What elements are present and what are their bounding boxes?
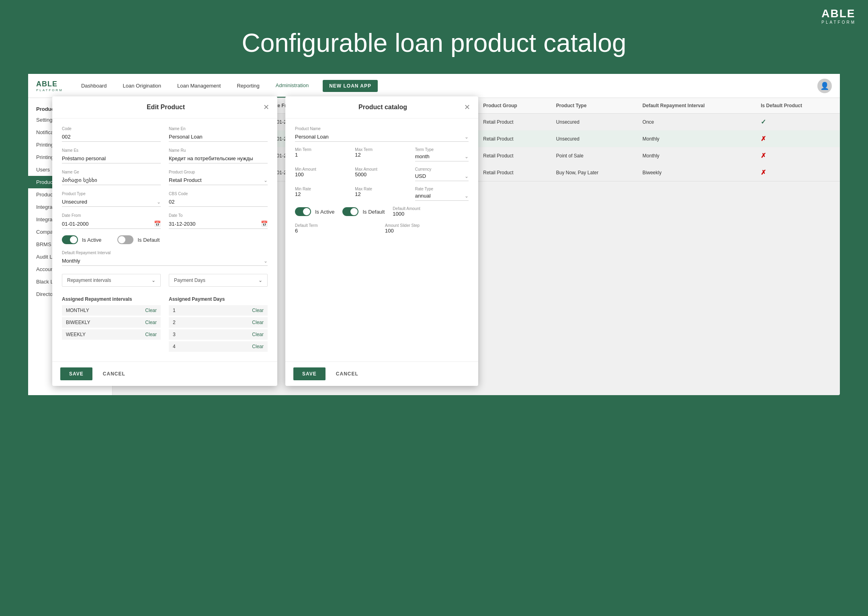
catalog-term-type-field: Term Type month ⌄	[415, 147, 469, 161]
catalog-term-type-value: month	[415, 153, 465, 159]
payment-days-dropdown[interactable]: Payment Days ⌄	[169, 274, 268, 287]
catalog-max-term-label: Max Term	[355, 147, 408, 152]
nav-item-loan-origination[interactable]: Loan Origination	[121, 74, 163, 98]
catalog-max-term-field: Max Term 12	[355, 147, 408, 161]
clear-day-4-link[interactable]: Clear	[252, 344, 264, 349]
name-ge-input[interactable]	[62, 175, 161, 185]
catalog-max-term-value: 12	[355, 152, 408, 158]
date-from-value: 01-01-2000	[62, 221, 154, 227]
product-catalog-modal: Product catalog ✕ Product Name Personal …	[285, 96, 478, 386]
catalog-default-term-label: Default Term	[295, 223, 379, 228]
catalog-max-rate-label: Max Rate	[355, 187, 408, 191]
is-active-toggle[interactable]	[62, 235, 78, 244]
name-en-input[interactable]	[169, 132, 268, 142]
catalog-currency-field: Currency USD ⌄	[415, 167, 469, 181]
catalog-term-type-label: Term Type	[415, 147, 469, 152]
payment-day-row-2: 2 Clear	[169, 317, 268, 328]
edit-modal-close-icon[interactable]: ✕	[263, 103, 269, 112]
default-repayment-select[interactable]: Monthly ⌄	[62, 256, 268, 266]
catalog-term-type-select[interactable]: month ⌄	[415, 152, 469, 161]
assigned-sections: Assigned Repayment intervals MONTHLY Cle…	[62, 296, 268, 353]
is-default-toggle-item: Is Default	[117, 235, 160, 244]
is-default-toggle[interactable]	[117, 235, 133, 244]
payment-day-3-label: 3	[173, 332, 176, 337]
repayment-intervals-dropdown[interactable]: Repayment intervals ⌄	[62, 274, 161, 287]
catalog-save-button[interactable]: SAVE	[293, 367, 326, 380]
edit-product-modal: Edit Product ✕ Code Name En Name Es	[52, 96, 277, 386]
name-es-input[interactable]	[62, 154, 161, 163]
product-type-label: Product Type	[62, 192, 161, 196]
edit-save-button[interactable]: SAVE	[60, 367, 92, 380]
is-active-knob	[70, 236, 77, 243]
name-es-label: Name Es	[62, 148, 161, 153]
catalog-is-active-label: Is Active	[315, 209, 334, 215]
payment-day-row-3: 3 Clear	[169, 329, 268, 340]
date-to-value: 31-12-2030	[169, 221, 261, 227]
name-ru-input[interactable]	[169, 154, 268, 163]
catalog-is-active-toggle-item: Is Active	[295, 207, 334, 216]
catalog-min-rate-value: 12	[295, 191, 348, 197]
date-to-wrapper[interactable]: 31-12-2030 📅	[169, 219, 268, 229]
catalog-default-amount-value: 1000	[393, 211, 469, 217]
catalog-min-term-value: 1	[295, 152, 348, 158]
repayment-intervals-label: Repayment intervals	[67, 277, 111, 283]
catalog-currency-label: Currency	[415, 167, 469, 171]
assigned-payment-days-title: Assigned Payment Days	[169, 296, 225, 302]
catalog-modal-close-icon[interactable]: ✕	[464, 103, 470, 112]
nav-item-dashboard[interactable]: Dashboard	[79, 74, 109, 98]
catalog-term-type-chevron-icon: ⌄	[465, 154, 469, 159]
product-type-select[interactable]: Unsecured ⌄	[62, 197, 161, 207]
top-logo-sub: PLATFORM	[821, 20, 856, 24]
is-active-label: Is Active	[82, 237, 101, 243]
clear-monthly-link[interactable]: Clear	[145, 308, 157, 313]
product-group-select[interactable]: Retail Product ⌄	[169, 175, 268, 185]
payment-day-4-label: 4	[173, 344, 176, 349]
date-from-wrapper[interactable]: 01-01-2000 📅	[62, 219, 161, 229]
clear-day-3-link[interactable]: Clear	[252, 332, 264, 337]
field-name-ru: Name Ru	[169, 148, 268, 163]
cbs-code-input[interactable]	[169, 197, 268, 207]
new-loan-btn[interactable]: NEW LOAN APP	[323, 80, 378, 92]
nav-logo-text: ABLE	[36, 80, 63, 88]
nav-item-loan-management[interactable]: Loan Management	[175, 74, 223, 98]
catalog-min-amount-label: Min Amount	[295, 167, 348, 171]
catalog-min-rate-field: Min Rate 12	[295, 187, 348, 201]
clear-day-1-link[interactable]: Clear	[252, 308, 264, 313]
catalog-defaults-row: Default Term 6 Amount Slider Step 100	[295, 223, 469, 234]
catalog-modal-body: Product Name Personal Loan ⌄ Min Term 1 …	[285, 118, 478, 361]
clear-biweekly-link[interactable]: Clear	[145, 320, 157, 325]
form-row-5: Date From 01-01-2000 📅 Date To 31-12-203…	[62, 213, 268, 229]
catalog-cancel-button[interactable]: CANCEL	[330, 367, 364, 380]
payment-days-chevron-icon: ⌄	[258, 277, 262, 283]
catalog-product-name-label: Product Name	[295, 126, 469, 131]
top-logo-area: ABLE PLATFORM	[809, 0, 868, 32]
clear-day-2-link[interactable]: Clear	[252, 320, 264, 325]
catalog-min-amount-field: Min Amount 100	[295, 167, 348, 181]
catalog-toggle-row: Is Active Is Default Default Amount 1000	[295, 206, 469, 217]
catalog-modal-footer: SAVE CANCEL	[285, 361, 478, 386]
catalog-max-rate-field: Max Rate 12	[355, 187, 408, 201]
catalog-default-term-field: Default Term 6	[295, 223, 379, 234]
field-name-en: Name En	[169, 126, 268, 142]
nav-avatar[interactable]: 👤	[817, 79, 832, 93]
catalog-rate-type-value: annual	[415, 193, 465, 199]
catalog-product-name-field: Product Name Personal Loan ⌄	[295, 126, 469, 142]
edit-modal-body: Code Name En Name Es Name Ru	[52, 118, 277, 361]
catalog-is-active-toggle[interactable]	[295, 207, 311, 216]
catalog-rate-type-chevron-icon: ⌄	[465, 193, 469, 199]
field-product-type: Product Type Unsecured ⌄	[62, 192, 161, 207]
edit-cancel-button[interactable]: CANCEL	[97, 367, 131, 380]
product-group-value: Retail Product	[169, 177, 264, 183]
nav-item-administration[interactable]: Administration	[274, 74, 311, 98]
catalog-product-name-select[interactable]: Personal Loan ⌄	[295, 132, 469, 142]
nav-logo: ABLE PLATFORM	[36, 80, 63, 92]
form-row-3: Name Ge Product Group Retail Product ⌄	[62, 170, 268, 185]
nav-item-reporting[interactable]: Reporting	[235, 74, 261, 98]
default-repayment-label: Default Repayment Interval	[62, 251, 268, 255]
catalog-currency-select[interactable]: USD ⌄	[415, 171, 469, 181]
clear-weekly-link[interactable]: Clear	[145, 332, 157, 337]
assigned-repayment-title: Assigned Repayment intervals	[62, 296, 132, 302]
catalog-is-default-toggle[interactable]	[342, 207, 358, 216]
catalog-rate-type-select[interactable]: annual ⌄	[415, 191, 469, 201]
code-input[interactable]	[62, 132, 161, 142]
